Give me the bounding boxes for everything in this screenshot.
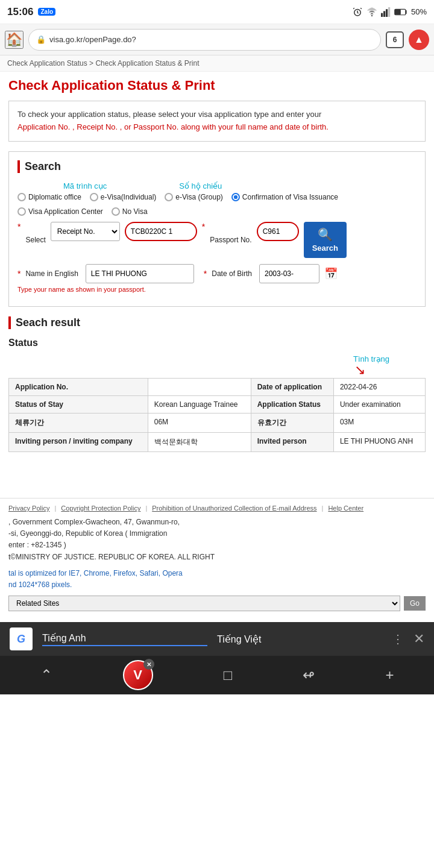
related-sites-select[interactable]: Related Sites — [8, 596, 400, 611]
battery-icon — [394, 8, 407, 16]
radio-confirmation-label: Confirmation of Visa Issuance — [242, 193, 338, 201]
result-section: Seach result Status Tình trạng ↘ Applica… — [8, 316, 426, 452]
field-invited-value: LE THI PHUONG ANH — [333, 432, 425, 451]
status-icons: 50% — [352, 7, 427, 17]
url-bar[interactable]: 🔒 visa.go.kr/openPage.do? — [28, 29, 381, 51]
annotation-matrinhcuc: Mã trình cục — [63, 181, 107, 190]
close-badge: ✕ — [143, 659, 154, 670]
translate-bar: G Tiếng Anh Tiếng Việt ⋮ ✕ — [0, 622, 434, 656]
type-select[interactable]: Receipt No. Passport No. Application No. — [51, 222, 120, 241]
translate-close-button[interactable]: ✕ — [414, 631, 424, 647]
radio-diplomatic-label: Diplomatic office — [28, 193, 81, 201]
annotation-sohochieu: Số hộ chiếu — [179, 181, 222, 190]
radio-evisa-individual[interactable]: e-Visa(Individual) — [90, 193, 157, 201]
radio-confirmation[interactable]: Confirmation of Visa Issuance — [231, 193, 338, 201]
breadcrumb: Check Application Status > Check Applica… — [0, 55, 434, 72]
radio-evisa-group[interactable]: e-Visa (Group) — [165, 193, 222, 201]
footer-links: Privacy Policy | Copyright Protection Po… — [8, 505, 426, 512]
footer-email-link[interactable]: Prohibition of Unauthorized Collection o… — [152, 505, 316, 512]
field-churyugigan-label: 체류기간 — [9, 413, 148, 432]
url-text: visa.go.kr/openPage.do? — [49, 35, 136, 44]
search-section: Search Mã trình cục Số hộ chiếu Diplomat… — [8, 151, 426, 307]
hint-text: Type your name as shown in your passport… — [17, 286, 417, 293]
receipt-input[interactable] — [125, 222, 197, 241]
radio-visa-app-center-label: Visa Application Center — [28, 207, 103, 216]
scroll-up-button[interactable]: ▲ — [409, 30, 429, 50]
radio-row-1: Diplomatic office e-Visa(Individual) e-V… — [17, 193, 417, 201]
radio-evisa-group-circle — [165, 193, 173, 201]
related-sites-go-button[interactable]: Go — [404, 596, 426, 611]
nav-arrow-back-button[interactable]: ↫ — [303, 667, 315, 684]
svg-point-1 — [371, 14, 373, 16]
footer-privacy-link[interactable]: Privacy Policy — [8, 505, 49, 512]
field-invited-label: Invited person — [251, 432, 333, 451]
footer-copyright-link[interactable]: Copyright Protection Policy — [61, 505, 140, 512]
field-app-status-label: Application Status — [251, 395, 333, 413]
translate-more-options[interactable]: ⋮ — [392, 632, 404, 646]
google-translate-logo: G — [10, 627, 33, 650]
svg-rect-2 — [381, 13, 383, 16]
info-text2: Application No. , Receipt No. , or Passp… — [17, 122, 329, 131]
field-application-no-value — [148, 378, 251, 395]
wifi-icon — [366, 7, 377, 17]
field-yuhyogigan-label: 유효기간 — [251, 413, 333, 432]
select-required: * — [17, 222, 20, 231]
dob-required: * — [204, 269, 207, 278]
search-button-label: Search — [312, 244, 338, 253]
field-application-no-label: Application No. — [9, 378, 148, 395]
radio-evisa-group-label: e-Visa (Group) — [175, 193, 222, 201]
page-title: Check Application Status & Print — [8, 78, 426, 93]
alarm-icon — [352, 7, 363, 17]
svg-rect-7 — [395, 10, 401, 14]
search-button-icon: 🔍 — [318, 227, 333, 242]
main-content: Check Application Status & Print To chec… — [0, 72, 434, 498]
translate-lang1[interactable]: Tiếng Anh — [42, 632, 207, 646]
name-label: Name in English — [25, 269, 78, 278]
home-button[interactable]: 🏠 — [5, 31, 24, 49]
footer-help-link[interactable]: Help Center — [328, 505, 363, 512]
signal-icon — [381, 7, 391, 17]
battery-percent: 50% — [411, 7, 427, 16]
radio-evisa-individual-label: e-Visa(Individual) — [101, 193, 157, 201]
browser-app-icon[interactable]: V ✕ — [123, 660, 153, 690]
name-required: * — [17, 269, 20, 278]
nav-back-button[interactable]: ⌃ — [40, 667, 52, 684]
nav-square-button[interactable]: □ — [224, 667, 233, 684]
radio-no-visa-label: No Visa — [122, 207, 148, 216]
field-inviting-label: Inviting person / inviting company — [9, 432, 148, 451]
tab-count-button[interactable]: 6 — [386, 31, 404, 48]
name-input[interactable] — [86, 264, 194, 283]
info-text1: To check your application status, please… — [17, 110, 321, 119]
radio-no-visa[interactable]: No Visa — [112, 207, 148, 216]
annotations-row: Mã trình cục Số hộ chiếu — [63, 181, 417, 190]
field-status-of-stay-label: Status of Stay — [9, 395, 148, 413]
footer-related-sites: Related Sites Go — [8, 596, 426, 611]
passport-required: * — [202, 222, 205, 231]
search-button[interactable]: 🔍 Search — [304, 222, 347, 258]
result-table: Application No. Date of application 2022… — [8, 378, 426, 452]
radio-visa-app-center[interactable]: Visa Application Center — [17, 207, 103, 216]
name-dob-row: * Name in English * Date of Birth 📅 — [17, 264, 417, 283]
field-inviting-value: 백석문화대학 — [148, 432, 251, 451]
calendar-icon[interactable]: 📅 — [324, 267, 338, 280]
footer: Privacy Policy | Copyright Protection Po… — [0, 498, 434, 622]
passport-input[interactable] — [257, 222, 299, 241]
footer-address: , Government Complex-Gwacheon, 47, Gwanm… — [8, 517, 426, 563]
tinh-trang-arrow: ↘ — [354, 363, 365, 377]
footer-optimized: tal is optimized for IE7, Chrome, Firefo… — [8, 568, 426, 591]
table-row: 체류기간 06M 유효기간 03M — [9, 413, 426, 432]
select-label: Select — [25, 236, 45, 244]
field-date-of-app-label: Date of application — [251, 378, 333, 395]
radio-no-visa-circle — [112, 207, 120, 216]
radio-evisa-individual-circle — [90, 193, 98, 201]
nav-add-button[interactable]: + — [385, 667, 394, 684]
field-yuhyogigan-value: 03M — [333, 413, 425, 432]
radio-diplomatic[interactable]: Diplomatic office — [17, 193, 81, 201]
passport-label: Passport No. — [210, 236, 251, 244]
time-display: 15:06 — [7, 6, 33, 18]
translate-lang2[interactable]: Tiếng Việt — [217, 634, 382, 645]
dob-input[interactable] — [259, 264, 319, 283]
field-app-status-value: Under examination — [333, 395, 425, 413]
status-bar: 15:06 Zalo 50% — [0, 0, 434, 24]
browser-bar: 🏠 🔒 visa.go.kr/openPage.do? 6 ▲ — [0, 24, 434, 55]
